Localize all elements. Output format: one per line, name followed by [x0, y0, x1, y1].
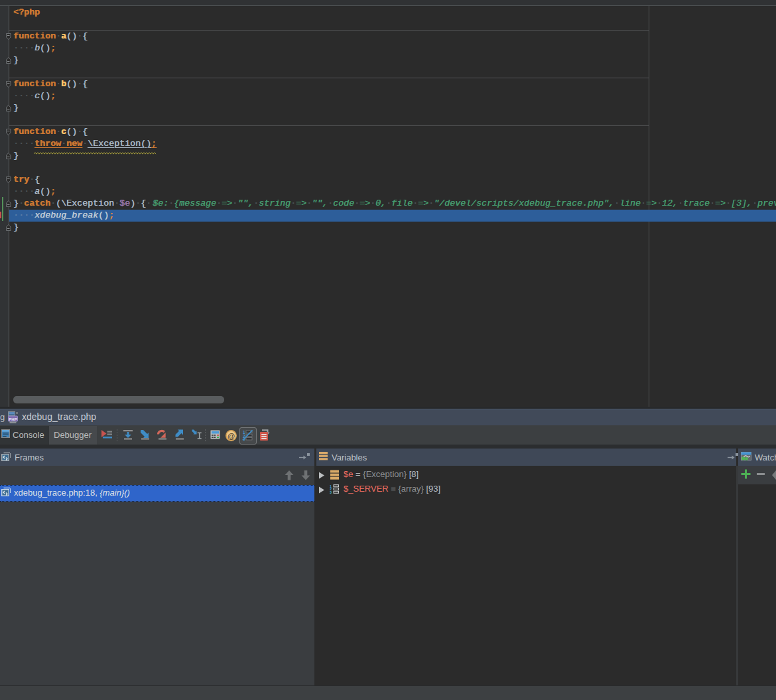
svg-text:PHP: PHP	[9, 417, 17, 421]
svg-text:@: @	[227, 432, 235, 440]
svg-text:3: 3	[330, 490, 332, 494]
